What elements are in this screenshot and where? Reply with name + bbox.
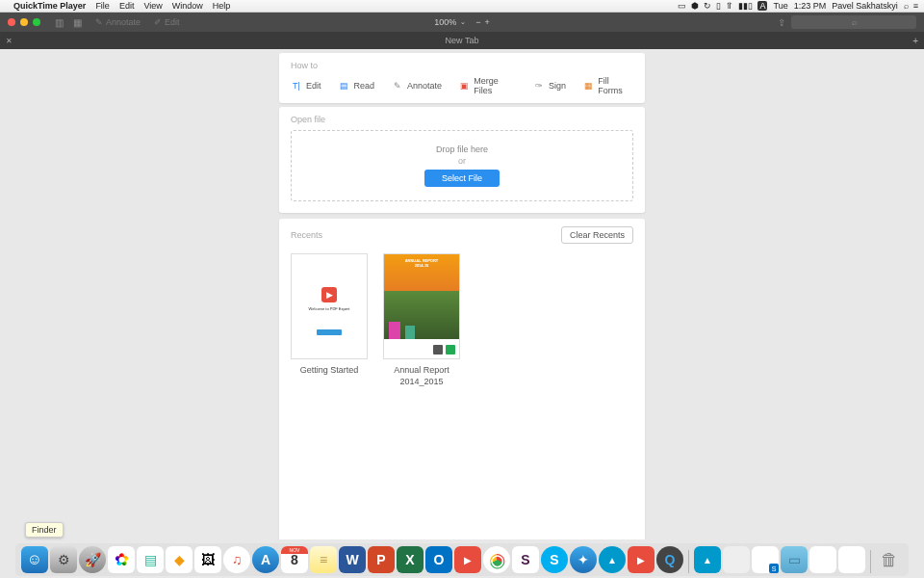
toolbar-search-input[interactable]: ⌕: [791, 15, 916, 29]
zoom-in-button[interactable]: +: [485, 17, 490, 27]
menu-edit[interactable]: Edit: [119, 1, 135, 11]
status-battery-icon[interactable]: ▮▮▯: [738, 1, 753, 11]
dock-doc1-icon[interactable]: [809, 546, 836, 573]
dropzone-or: or: [305, 156, 619, 166]
dock-appstore-icon[interactable]: [252, 546, 279, 573]
dock-app-skype-doc-icon[interactable]: [752, 546, 779, 573]
share-icon[interactable]: ⇪: [778, 17, 785, 28]
dock-photos-icon[interactable]: [108, 546, 135, 573]
dropzone-text: Drop file here: [305, 144, 619, 154]
dock-downloads-folder-icon[interactable]: [781, 546, 808, 573]
status-sync-icon[interactable]: ↻: [704, 1, 711, 11]
recent-item-annual-report[interactable]: ANNUAL REPORT 2014-15 Annual Report 2014…: [383, 253, 460, 387]
menu-window[interactable]: Window: [172, 1, 203, 11]
dock-skype-icon[interactable]: [541, 546, 568, 573]
form-icon: ▦: [583, 80, 594, 92]
window-minimize-button[interactable]: [20, 18, 28, 26]
tab-bar: ✕ New Tab +: [0, 32, 924, 49]
recent-item-label: Annual Report 2014_2015: [383, 365, 460, 387]
spotlight-icon[interactable]: ⌕: [904, 1, 909, 11]
recents-label: Recents: [291, 230, 322, 240]
workspace: How to T|Edit ▤Read ✎Annotate ▣Merge Fil…: [0, 49, 924, 539]
dock-finder-icon[interactable]: [21, 546, 48, 573]
status-airplay-icon[interactable]: ▯: [716, 1, 721, 11]
howto-merge[interactable]: ▣Merge Files: [459, 76, 516, 95]
toolbar-edit-button[interactable]: ✐Edit: [154, 17, 180, 27]
tab-title: New Tab: [446, 36, 479, 45]
menubar-hamburger-icon[interactable]: ≡: [913, 1, 918, 11]
edit-text-icon: T|: [291, 80, 302, 92]
howto-fillforms[interactable]: ▦Fill Forms: [583, 76, 633, 95]
recents-card: Recents Clear Recents ▶ Welcome to PDF E…: [279, 219, 645, 539]
dock-sketch-icon[interactable]: [166, 546, 192, 573]
clear-recents-button[interactable]: Clear Recents: [561, 226, 633, 244]
thumbnails-toggle-icon[interactable]: ▦: [73, 17, 82, 28]
dock-calendar-icon[interactable]: [281, 546, 308, 573]
dropzone[interactable]: Drop file here or Select File: [291, 130, 633, 201]
dock-excel-icon[interactable]: [397, 546, 424, 573]
dock-slack-icon[interactable]: [512, 546, 539, 573]
openfile-card: Open file Drop file here or Select File: [279, 107, 645, 213]
dock-separator: [870, 550, 871, 573]
dock-app-spark-icon[interactable]: [694, 546, 721, 573]
howto-sign[interactable]: ✑Sign: [533, 76, 566, 95]
pencil-icon: ✎: [95, 17, 103, 27]
status-dropbox-icon[interactable]: ⬢: [691, 1, 699, 11]
dock-notes-icon[interactable]: [310, 546, 337, 573]
recent-item-getting-started[interactable]: ▶ Welcome to PDF Expert Getting Started: [291, 253, 368, 387]
dock-quicktime-icon[interactable]: [656, 546, 683, 573]
howto-annotate[interactable]: ✎Annotate: [392, 76, 442, 95]
menubar-user[interactable]: Pavel Sakhatskyi: [832, 1, 898, 11]
menu-view[interactable]: View: [143, 1, 162, 11]
howto-read[interactable]: ▤Read: [339, 76, 375, 95]
dock-preview-icon[interactable]: [194, 546, 221, 573]
dock-itunes-icon[interactable]: [223, 546, 250, 573]
howto-label: How to: [291, 61, 633, 70]
menubar-time[interactable]: 1:23 PM: [794, 1, 827, 11]
dock-tooltip: Finder: [25, 522, 64, 538]
select-file-button[interactable]: Select File: [424, 170, 500, 187]
sidebar-toggle-icon[interactable]: ▥: [55, 17, 64, 28]
dock-numbers-icon[interactable]: [137, 546, 164, 573]
zoom-level[interactable]: 100%: [434, 17, 456, 27]
annotate-pencil-icon: ✎: [392, 80, 403, 92]
search-icon: ⌕: [852, 17, 857, 27]
merge-icon: ▣: [459, 80, 470, 92]
read-icon: ▤: [339, 80, 350, 92]
new-tab-button[interactable]: +: [912, 36, 918, 46]
howto-edit[interactable]: T|Edit: [291, 76, 321, 95]
menubar-day[interactable]: Tue: [773, 1, 787, 11]
dock-powerpoint-icon[interactable]: [368, 546, 395, 573]
dock: 🗑: [15, 543, 909, 576]
window-zoom-button[interactable]: [33, 18, 40, 26]
menu-file[interactable]: File: [95, 1, 110, 11]
status-wifi-icon[interactable]: ⥣: [726, 1, 733, 11]
sign-pen-icon: ✑: [533, 80, 545, 92]
thumbnail: ▶ Welcome to PDF Expert: [291, 253, 368, 359]
app-name[interactable]: QuickTime Player: [13, 1, 86, 11]
menu-help[interactable]: Help: [213, 1, 231, 11]
dock-spark-icon[interactable]: [599, 546, 626, 573]
chevron-down-icon[interactable]: ⌄: [460, 18, 466, 26]
status-lang-icon[interactable]: A: [757, 1, 767, 11]
dock-safari-icon[interactable]: [570, 546, 597, 573]
tab-close-button[interactable]: ✕: [6, 37, 13, 45]
zoom-out-button[interactable]: −: [475, 17, 480, 27]
dock-separator: [688, 550, 689, 573]
toolbar-annotate-button[interactable]: ✎Annotate: [95, 17, 141, 27]
dock-doc2-icon[interactable]: [838, 546, 865, 573]
dock-trash-icon[interactable]: 🗑: [876, 546, 903, 573]
dock-outlook-icon[interactable]: [425, 546, 452, 573]
dock-area: 🗑: [0, 539, 924, 578]
macos-menubar: QuickTime Player File Edit View Window H…: [0, 0, 924, 13]
dock-word-icon[interactable]: [339, 546, 366, 573]
recent-item-label: Getting Started: [291, 365, 368, 377]
dock-pdfexpert-icon[interactable]: [454, 546, 481, 573]
dock-system-preferences-icon[interactable]: [50, 546, 77, 573]
dock-app-generic1-icon[interactable]: [723, 546, 750, 573]
dock-pdfexpert2-icon[interactable]: [628, 546, 654, 573]
dock-launchpad-icon[interactable]: [79, 546, 106, 573]
dock-chrome-icon[interactable]: [483, 546, 510, 573]
status-display-icon[interactable]: ▭: [678, 1, 686, 11]
window-close-button[interactable]: [8, 18, 15, 26]
